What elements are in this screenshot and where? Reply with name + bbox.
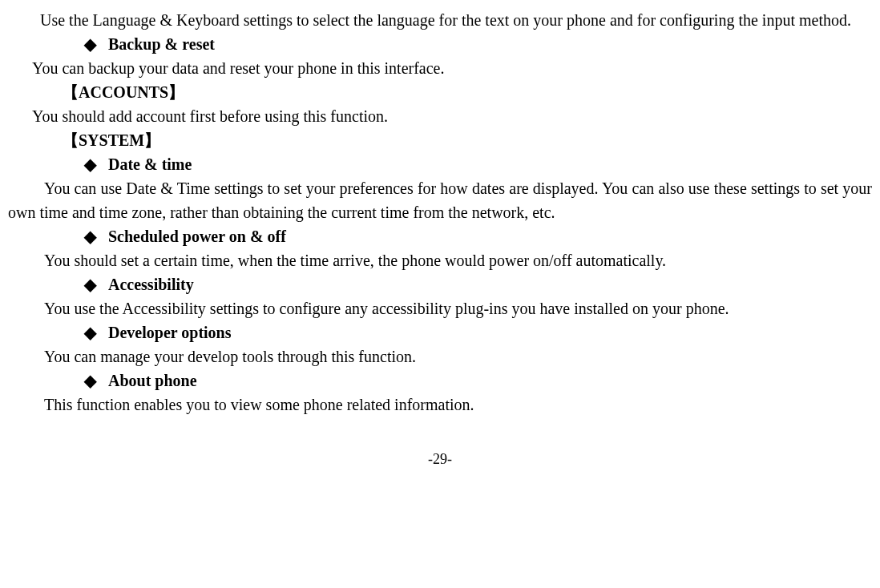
- heading-date-time: ◆Date & time: [8, 152, 872, 176]
- paragraph-accessibility: You use the Accessibility settings to co…: [8, 296, 872, 320]
- diamond-icon: ◆: [84, 32, 108, 56]
- heading-text: About phone: [108, 372, 197, 389]
- diamond-icon: ◆: [84, 369, 108, 393]
- diamond-icon: ◆: [84, 224, 108, 248]
- heading-text: Date & time: [108, 155, 192, 173]
- diamond-icon: ◆: [84, 320, 108, 344]
- diamond-icon: ◆: [84, 152, 108, 176]
- paragraph-intro: Use the Language & Keyboard settings to …: [8, 8, 872, 32]
- heading-text: Accessibility: [108, 276, 194, 293]
- paragraph-backup: You can backup your data and reset your …: [8, 56, 872, 80]
- heading-accessibility: ◆Accessibility: [8, 272, 872, 296]
- heading-text: Backup & reset: [108, 35, 215, 53]
- heading-text: Developer options: [108, 324, 232, 341]
- paragraph-scheduled: You should set a certain time, when the …: [8, 248, 872, 272]
- section-system: 【SYSTEM】: [8, 128, 872, 152]
- paragraph-date: You can use Date & Time settings to set …: [8, 176, 872, 224]
- page-number: -29-: [8, 449, 872, 470]
- heading-backup-reset: ◆Backup & reset: [8, 32, 872, 56]
- heading-developer: ◆Developer options: [8, 320, 872, 344]
- diamond-icon: ◆: [84, 272, 108, 296]
- paragraph-developer: You can manage your develop tools throug…: [8, 344, 872, 369]
- section-accounts: 【ACCOUNTS】: [8, 80, 872, 104]
- paragraph-accounts: You should add account first before usin…: [8, 104, 872, 128]
- heading-scheduled: ◆Scheduled power on & off: [8, 224, 872, 248]
- heading-text: Scheduled power on & off: [108, 228, 286, 245]
- paragraph-about: This function enables you to view some p…: [8, 393, 872, 417]
- heading-about: ◆About phone: [8, 369, 872, 393]
- document-body: Use the Language & Keyboard settings to …: [8, 8, 872, 470]
